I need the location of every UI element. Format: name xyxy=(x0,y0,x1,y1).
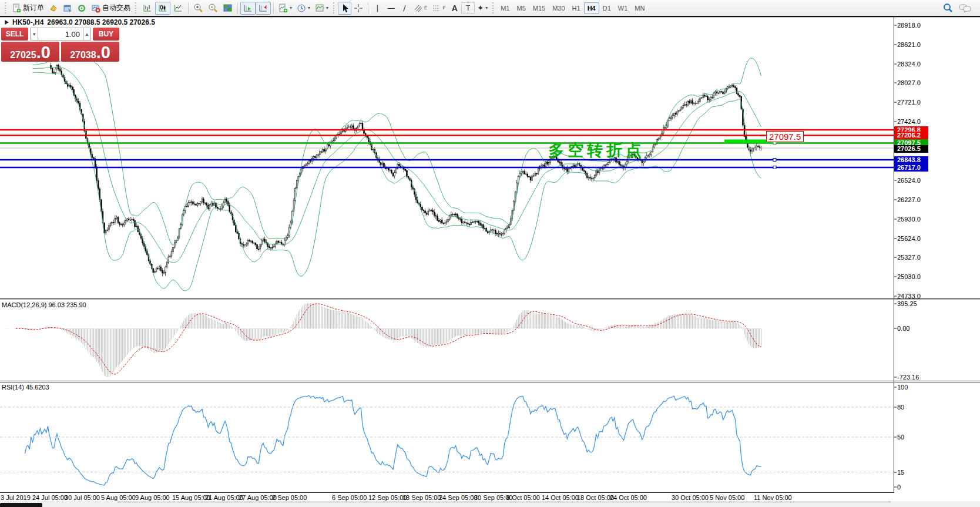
indicators-menu-button[interactable]: ▾ xyxy=(276,2,294,15)
chart-shift-icon[interactable] xyxy=(256,2,271,15)
buy-price-main: 27038 xyxy=(70,46,96,64)
toolbar-separator xyxy=(237,2,238,14)
new-order-button[interactable]: 新订单 xyxy=(9,2,46,15)
chat-icon[interactable] xyxy=(959,3,972,14)
dropdown-arrow-icon: ▾ xyxy=(485,5,488,11)
market-watch-icon[interactable] xyxy=(61,2,75,15)
toolbar-separator xyxy=(188,2,189,14)
toolbar-grip[interactable] xyxy=(5,2,7,14)
buy-button[interactable]: BUY xyxy=(93,28,119,41)
price-level-flag-dash xyxy=(760,135,766,136)
sell-price-frac: .0 xyxy=(36,43,51,62)
chart-title: HK50-,H4 26963.0 27088.5 26920.5 27026.5 xyxy=(5,18,155,26)
bottom-window-edge xyxy=(118,502,891,502)
symbol-arrow-icon xyxy=(5,20,9,25)
line-chart-type-icon[interactable] xyxy=(170,2,186,15)
chart-canvas[interactable] xyxy=(0,0,980,507)
autotrading-label: 自动交易 xyxy=(102,3,130,13)
data-feed-icon[interactable] xyxy=(75,2,89,15)
timeframe-m5[interactable]: M5 xyxy=(513,2,529,14)
sell-button[interactable]: SELL xyxy=(1,28,28,41)
timeframe-m30[interactable]: M30 xyxy=(549,2,568,14)
bottom-strip xyxy=(0,501,980,507)
cursor-tool-icon[interactable] xyxy=(338,2,351,15)
arrows-tool-icon[interactable]: ✦▾ xyxy=(475,2,490,15)
toolbar-separator xyxy=(273,2,274,14)
timeframe-h4[interactable]: H4 xyxy=(584,2,599,14)
search-icon[interactable] xyxy=(942,3,953,14)
timeframe-m1[interactable]: M1 xyxy=(497,2,513,14)
symbol-period-label: HK50-,H4 xyxy=(12,18,43,26)
auto-scroll-icon[interactable] xyxy=(240,2,256,15)
volume-decrease-button[interactable]: ▼ xyxy=(30,28,38,41)
chart-annotation-text: 多空转折点 xyxy=(548,140,645,161)
channel-letter: E xyxy=(424,5,427,11)
buy-price-display[interactable]: 27038 .0 xyxy=(61,42,119,62)
profiles-icon[interactable] xyxy=(46,2,61,15)
zoom-out-icon[interactable] xyxy=(206,2,220,15)
terminal-window-handle[interactable] xyxy=(0,503,42,507)
rsi-indicator-label: RSI(14) 45.6203 xyxy=(2,384,49,391)
horizontal-line-tool-icon[interactable]: — xyxy=(384,2,398,15)
mt4-window: 新订单 自动交易 ▾ ▾ ▾ | — / E F A T ✦▾ xyxy=(0,0,980,507)
sell-price-main: 27025 xyxy=(10,46,36,64)
toolbar-grip[interactable] xyxy=(333,2,335,14)
toolbar-grip[interactable] xyxy=(492,2,495,14)
price-level-flag: 27097.5 xyxy=(766,131,804,142)
crosshair-tool-icon[interactable] xyxy=(351,2,365,15)
sell-price-display[interactable]: 27025 .0 xyxy=(1,42,59,62)
autotrading-button[interactable]: 自动交易 xyxy=(89,2,133,15)
toolbar-separator xyxy=(368,2,368,14)
timeframe-mn[interactable]: MN xyxy=(631,2,648,14)
tile-windows-icon[interactable] xyxy=(220,2,235,15)
toolbar-grip[interactable] xyxy=(135,2,137,14)
dropdown-arrow-icon: ▾ xyxy=(290,5,292,11)
timeframe-h1[interactable]: H1 xyxy=(569,2,584,14)
trendline-tool-icon[interactable]: / xyxy=(398,2,411,15)
equidistant-channel-tool-icon[interactable]: E xyxy=(411,2,429,15)
fibonacci-letter: F xyxy=(442,5,445,11)
macd-indicator-label: MACD(12,26,9) 96.03 235.90 xyxy=(2,301,86,308)
timeframe-d1[interactable]: D1 xyxy=(599,2,615,14)
candlestick-chart-type-icon[interactable] xyxy=(155,2,170,15)
templates-menu-button[interactable]: ▾ xyxy=(313,2,331,15)
timeframe-w1[interactable]: W1 xyxy=(615,2,632,14)
new-order-label: 新订单 xyxy=(23,3,44,13)
text-tool-icon[interactable]: A xyxy=(448,2,461,15)
volume-increase-button[interactable]: ▲ xyxy=(83,28,91,41)
volume-input[interactable] xyxy=(38,28,83,41)
text-label-tool-icon[interactable]: T xyxy=(461,2,475,14)
arrows-glyph: ✦ xyxy=(477,4,484,12)
dropdown-arrow-icon: ▾ xyxy=(308,5,310,11)
timeframe-m15[interactable]: M15 xyxy=(529,2,549,14)
bar-chart-type-icon[interactable] xyxy=(140,2,155,15)
buy-price-frac: .0 xyxy=(96,43,110,62)
toolbar: 新订单 自动交易 ▾ ▾ ▾ | — / E F A T ✦▾ xyxy=(0,0,980,16)
dropdown-arrow-icon: ▾ xyxy=(326,5,328,11)
one-click-trading-panel: SELL ▼ ▲ BUY 27025 .0 27038 .0 xyxy=(1,28,119,62)
fibonacci-tool-icon[interactable]: F xyxy=(429,2,448,15)
zoom-in-icon[interactable] xyxy=(191,2,206,15)
periods-menu-button[interactable]: ▾ xyxy=(294,2,313,15)
ohlc-values: 26963.0 27088.5 26920.5 27026.5 xyxy=(47,18,155,26)
vertical-line-tool-icon[interactable]: | xyxy=(371,2,384,15)
